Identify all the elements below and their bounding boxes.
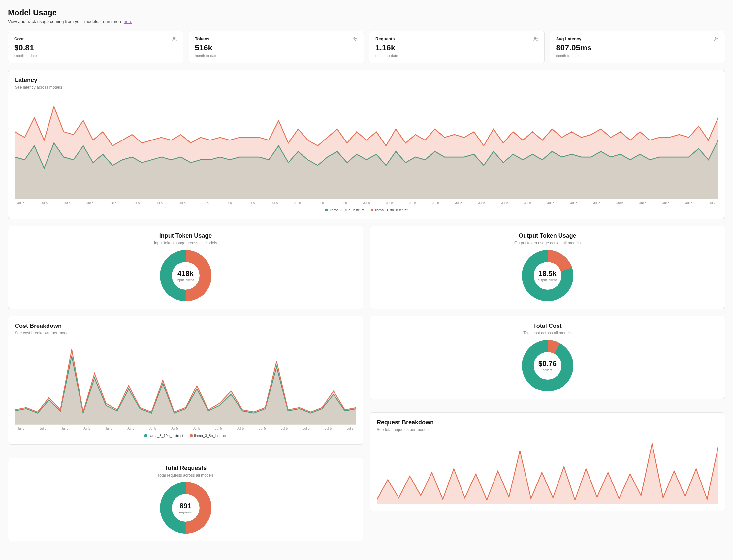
total-cost-title: Total Cost [377,323,718,329]
card-value: 1.16k [375,43,538,52]
legend-item: llama_3_8b_instruct [190,434,227,438]
cost-xlabels: Jul 5Jul 5Jul 5Jul 5Jul 5Jul 5Jul 5Jul 5… [15,427,356,430]
total-requests-panel: Total Requests Total requests across all… [8,458,363,541]
card-value: 516k [195,43,358,52]
input-tokens-donut: 418kinputTokens [159,249,212,302]
svg-point-0 [173,37,175,39]
users-icon [172,36,177,43]
cost-breakdown-subtitle: See cost breakdown per models [15,331,356,335]
total-cost-panel: Total Cost Total cost across all models … [370,316,725,399]
latency-panel: Latency See latency across models Jul 5J… [8,70,725,219]
summary-cards-row: Cost $0.81 month-to-date Tokens 516k mon… [8,31,725,63]
cost-breakdown-panel: Cost Breakdown See cost breakdown per mo… [8,316,363,445]
summary-card: Tokens 516k month-to-date [189,31,364,63]
cost-legend: llama_3_70b_instruct llama_3_8b_instruct [15,434,356,438]
total-cost-donut: $0.76dollars [521,339,574,392]
request-breakdown-chart [377,436,718,504]
card-label: Avg Latency [556,36,719,41]
card-sub: month-to-date [195,54,358,58]
svg-point-7 [717,38,718,39]
page-subtitle: View and track usage coming from your mo… [8,19,725,24]
latency-legend: llama_3_70b_instruct llama_3_8b_instruct [15,208,718,212]
request-breakdown-title: Request Breakdown [377,419,718,426]
output-tokens-panel: Output Token Usage Output token usage ac… [370,226,725,309]
request-breakdown-subtitle: See total requests per models [377,427,718,432]
total-requests-donut: 891requests [159,482,212,534]
legend-item: llama_3_70b_instruct [144,434,183,438]
latency-subtitle: See latency across models [15,85,718,90]
latency-title: Latency [15,77,718,84]
request-breakdown-panel: Request Breakdown See total requests per… [370,412,725,511]
legend-item: llama_3_8b_instruct [371,208,407,212]
total-requests-subtitle: Total requests across all models [15,473,356,478]
card-label: Tokens [195,36,358,41]
input-tokens-subtitle: Input token usage across all models [15,241,356,245]
output-tokens-subtitle: Output token usage across all models [377,241,718,245]
cost-breakdown-chart [15,339,356,425]
svg-point-1 [175,38,176,39]
cost-breakdown-title: Cost Breakdown [15,323,356,329]
card-sub: month-to-date [375,54,538,58]
input-tokens-panel: Input Token Usage Input token usage acro… [8,226,363,309]
card-label: Requests [375,36,538,41]
output-tokens-title: Output Token Usage [377,233,718,239]
summary-card: Requests 1.16k month-to-date [369,31,545,63]
svg-point-6 [715,37,716,39]
latency-chart [15,94,718,199]
svg-point-5 [536,38,537,39]
users-icon [352,36,358,43]
card-label: Cost [14,36,177,41]
svg-point-4 [534,37,536,39]
total-requests-title: Total Requests [15,465,356,472]
svg-point-2 [354,37,355,39]
output-tokens-donut: 18.5koutputTokens [521,249,574,302]
total-cost-subtitle: Total cost across all models [377,331,718,335]
card-sub: month-to-date [556,54,719,58]
svg-point-3 [356,38,357,39]
latency-xlabels: Jul 5Jul 5Jul 5Jul 5Jul 5Jul 5Jul 5Jul 5… [15,201,718,205]
summary-card: Avg Latency 807.05ms month-to-date [550,31,725,63]
page-title: Model Usage [8,8,725,17]
card-value: $0.81 [14,43,177,52]
input-tokens-title: Input Token Usage [15,233,356,239]
summary-card: Cost $0.81 month-to-date [8,31,183,63]
legend-item: llama_3_70b_instruct [325,208,364,212]
users-icon [533,36,538,43]
learn-more-link[interactable]: here [124,19,132,24]
card-value: 807.05ms [556,43,719,52]
users-icon [714,36,719,43]
card-sub: month-to-date [14,54,177,58]
